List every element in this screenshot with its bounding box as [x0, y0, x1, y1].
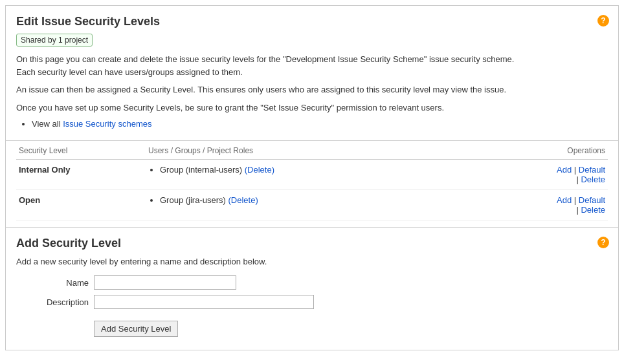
add-section-title: Add Security Level [16, 237, 608, 250]
name-label: Name [16, 278, 94, 288]
default-link[interactable]: Default [579, 195, 605, 205]
add-member-link[interactable]: Add [557, 165, 572, 175]
help-icon-add[interactable]: ? [597, 237, 609, 248]
add-member-link[interactable]: Add [557, 195, 572, 205]
add-description: Add a new security level by entering a n… [16, 257, 608, 266]
list-item: Group (internal-users) (Delete) [160, 165, 521, 175]
default-link[interactable]: Default [579, 165, 605, 175]
shared-badge: Shared by 1 project [16, 34, 93, 47]
issue-security-schemes-link[interactable]: Issue Security schemes [63, 119, 151, 129]
delete-member-link[interactable]: (Delete) [228, 195, 258, 205]
description-input[interactable] [94, 295, 314, 309]
list-item: Group (jira-users) (Delete) [160, 195, 521, 205]
delete-level-link[interactable]: Delete [581, 175, 605, 184]
delete-member-link[interactable]: (Delete) [245, 165, 274, 175]
name-input[interactable] [94, 275, 236, 290]
description-1: On this page you can create and delete t… [16, 53, 608, 78]
delete-level-link[interactable]: Delete [581, 205, 605, 215]
name-row: Name [16, 275, 608, 290]
member-text: Group (internal-users) [160, 165, 245, 175]
security-level-members: Group (internal-users) (Delete) [146, 160, 524, 190]
member-text: Group (jira-users) [160, 195, 228, 205]
view-all-label: View all [32, 119, 63, 129]
description-3: An issue can then be assigned a Security… [16, 83, 608, 96]
security-level-name: Open [16, 190, 146, 220]
submit-row: Add Security Level [16, 314, 608, 341]
description-4: Once you have set up some Security Level… [16, 102, 608, 114]
security-levels-table: Security Level Users / Groups / Project … [16, 141, 608, 220]
links-list: View all Issue Security schemes [32, 119, 608, 129]
description-label: Description [16, 297, 94, 307]
col-users-groups: Users / Groups / Project Roles [146, 141, 524, 160]
add-security-level-button[interactable]: Add Security Level [94, 321, 178, 337]
table-row: Internal OnlyGroup (internal-users) (Del… [16, 160, 608, 190]
table-row: OpenGroup (jira-users) (Delete)Add | Def… [16, 190, 608, 220]
description-row: Description [16, 295, 608, 309]
help-icon-top[interactable]: ? [597, 15, 609, 27]
security-level-members: Group (jira-users) (Delete) [146, 190, 524, 220]
page-title: Edit Issue Security Levels [16, 15, 608, 28]
security-levels-table-wrapper: Security Level Users / Groups / Project … [6, 141, 618, 227]
security-level-operations: Add | Default| Delete [524, 160, 608, 190]
security-level-name: Internal Only [16, 160, 146, 190]
col-security-level: Security Level [16, 141, 146, 160]
security-level-operations: Add | Default| Delete [524, 190, 608, 220]
col-operations: Operations [524, 141, 608, 160]
